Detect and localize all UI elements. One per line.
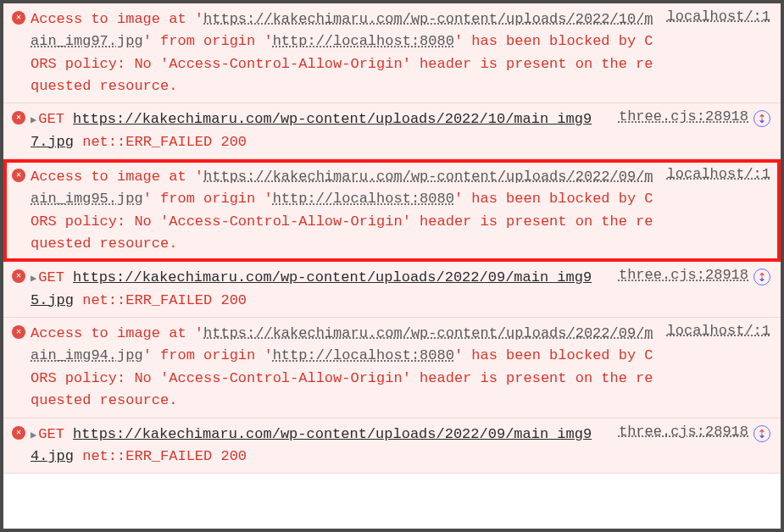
origin-url-link[interactable]: http://localhost:8080 — [273, 33, 454, 49]
console-message: ▶GET https://kakechimaru.com/wp-content/… — [31, 108, 609, 153]
http-method: GET — [38, 111, 64, 127]
source-link[interactable]: localhost/:1 — [667, 323, 770, 339]
origin-url-link[interactable]: http://localhost:8080 — [273, 347, 454, 363]
expand-arrow-icon[interactable]: ▶ — [31, 114, 36, 126]
error-icon — [12, 325, 25, 339]
error-icon — [12, 426, 25, 440]
error-status: net::ERR_FAILED 200 — [74, 292, 247, 308]
expand-arrow-icon[interactable]: ▶ — [31, 273, 36, 285]
error-icon — [12, 111, 25, 125]
reload-icon[interactable] — [753, 425, 770, 442]
console-row-content: Access to image at 'https://kakechimaru.… — [31, 323, 770, 412]
error-status: net::ERR_FAILED 200 — [74, 448, 247, 464]
origin-url-link[interactable]: http://localhost:8080 — [273, 191, 454, 207]
source-link[interactable]: three.cjs:28918 — [619, 267, 748, 283]
error-icon — [12, 269, 25, 283]
console-row[interactable]: ▶GET https://kakechimaru.com/wp-content/… — [3, 418, 781, 474]
source-link[interactable]: localhost/:1 — [667, 8, 770, 25]
error-status: net::ERR_FAILED 200 — [74, 134, 247, 150]
console-row[interactable]: Access to image at 'https://kakechimaru.… — [3, 318, 781, 418]
message-text: ' from origin ' — [143, 347, 273, 363]
http-method: GET — [38, 426, 64, 442]
expand-arrow-icon[interactable]: ▶ — [31, 429, 36, 441]
console-message: ▶GET https://kakechimaru.com/wp-content/… — [31, 267, 609, 312]
console-message: ▶GET https://kakechimaru.com/wp-content/… — [31, 424, 609, 468]
console-row[interactable]: Access to image at 'https://kakechimaru.… — [3, 159, 781, 262]
message-text: Access to image at ' — [31, 11, 203, 27]
reload-icon[interactable] — [753, 269, 770, 285]
reload-icon[interactable] — [753, 110, 770, 127]
console-message: Access to image at 'https://kakechimaru.… — [31, 8, 657, 97]
console-row-content: ▶GET https://kakechimaru.com/wp-content/… — [31, 267, 748, 312]
message-text: Access to image at ' — [31, 169, 203, 185]
source-link[interactable]: three.cjs:28918 — [619, 424, 748, 440]
error-icon — [12, 11, 25, 25]
console-row-content: Access to image at 'https://kakechimaru.… — [31, 166, 770, 255]
console-row[interactable]: Access to image at 'https://kakechimaru.… — [3, 3, 781, 103]
source-link[interactable]: localhost/:1 — [667, 166, 770, 182]
console-message: Access to image at 'https://kakechimaru.… — [31, 166, 657, 255]
console-row-content: Access to image at 'https://kakechimaru.… — [31, 8, 770, 97]
source-link[interactable]: three.cjs:28918 — [619, 108, 748, 125]
message-text: ' from origin ' — [143, 33, 273, 49]
console-row[interactable]: ▶GET https://kakechimaru.com/wp-content/… — [3, 262, 781, 318]
console-message: Access to image at 'https://kakechimaru.… — [31, 323, 657, 412]
console-row-content: ▶GET https://kakechimaru.com/wp-content/… — [31, 108, 748, 153]
message-text: ' from origin ' — [143, 191, 273, 207]
console-panel: Access to image at 'https://kakechimaru.… — [3, 3, 781, 529]
message-text: Access to image at ' — [31, 325, 203, 341]
console-row-content: ▶GET https://kakechimaru.com/wp-content/… — [31, 424, 748, 468]
http-method: GET — [38, 269, 64, 285]
console-row[interactable]: ▶GET https://kakechimaru.com/wp-content/… — [3, 103, 781, 159]
error-icon — [12, 169, 25, 182]
